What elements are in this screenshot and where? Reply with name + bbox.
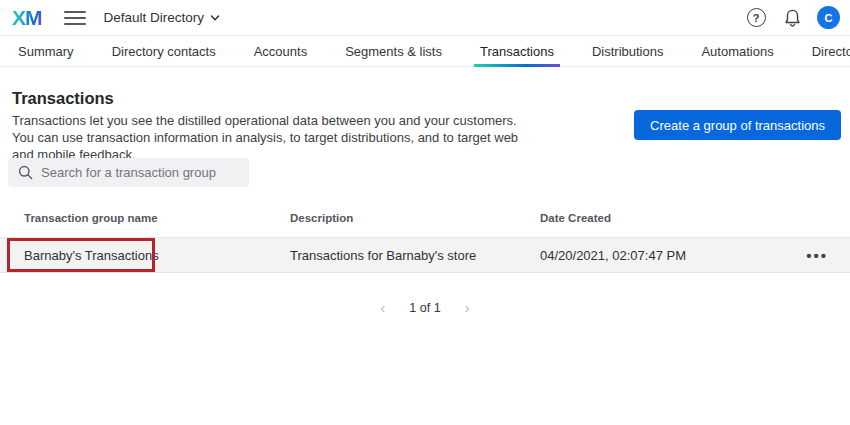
search-icon xyxy=(18,165,33,180)
table-row[interactable]: Barnaby's Transactions Transactions for … xyxy=(0,237,850,273)
xm-directory-app: XM Default Directory ? C xyxy=(0,0,850,425)
column-header-name: Transaction group name xyxy=(24,212,158,224)
page-title: Transactions xyxy=(12,89,114,108)
tab-segments-lists[interactable]: Segments & lists xyxy=(339,37,448,66)
tab-automations[interactable]: Automations xyxy=(695,37,779,66)
column-header-date-created: Date Created xyxy=(540,212,611,224)
tab-transactions[interactable]: Transactions xyxy=(474,37,560,66)
column-header-description: Description xyxy=(290,212,353,224)
pagination-prev-icon[interactable]: ‹ xyxy=(380,300,385,315)
bell-icon xyxy=(783,8,802,28)
transaction-group-date-cell: 04/20/2021, 02:07:47 PM xyxy=(540,238,686,272)
tab-summary[interactable]: Summary xyxy=(12,37,80,66)
row-options-menu-icon[interactable]: ••• xyxy=(806,238,828,272)
directory-tab-bar: Summary Directory contacts Accounts Segm… xyxy=(0,37,850,67)
tab-accounts[interactable]: Accounts xyxy=(248,37,313,66)
page-description: Transactions let you see the distilled o… xyxy=(12,112,524,163)
chevron-down-icon xyxy=(210,13,220,23)
search-input[interactable] xyxy=(41,165,239,180)
avatar-initial: C xyxy=(825,12,833,24)
search-box xyxy=(8,158,249,187)
question-mark-icon: ? xyxy=(747,8,766,27)
user-avatar[interactable]: C xyxy=(817,6,840,29)
pagination-label: 1 of 1 xyxy=(409,301,440,315)
directory-picker[interactable]: Default Directory xyxy=(104,10,221,25)
transaction-group-name-cell[interactable]: Barnaby's Transactions xyxy=(24,238,159,272)
hamburger-menu-icon[interactable] xyxy=(64,11,86,25)
create-transaction-group-button[interactable]: Create a group of transactions xyxy=(634,110,841,140)
tab-directory-settings[interactable]: Directory settings xyxy=(806,37,850,66)
xm-logo: XM xyxy=(12,6,42,30)
notifications-button[interactable] xyxy=(781,7,803,29)
tab-directory-contacts[interactable]: Directory contacts xyxy=(106,37,222,66)
pagination: ‹ 1 of 1 › xyxy=(0,300,850,315)
top-bar: XM Default Directory ? C xyxy=(0,0,850,36)
transaction-group-description-cell: Transactions for Barnaby's store xyxy=(290,238,476,272)
help-button[interactable]: ? xyxy=(745,7,767,29)
tab-distributions[interactable]: Distributions xyxy=(586,37,670,66)
table-header-row: Transaction group name Description Date … xyxy=(0,212,850,237)
directory-picker-label: Default Directory xyxy=(104,10,205,25)
pagination-next-icon[interactable]: › xyxy=(465,300,470,315)
top-bar-right: ? C xyxy=(745,6,840,29)
